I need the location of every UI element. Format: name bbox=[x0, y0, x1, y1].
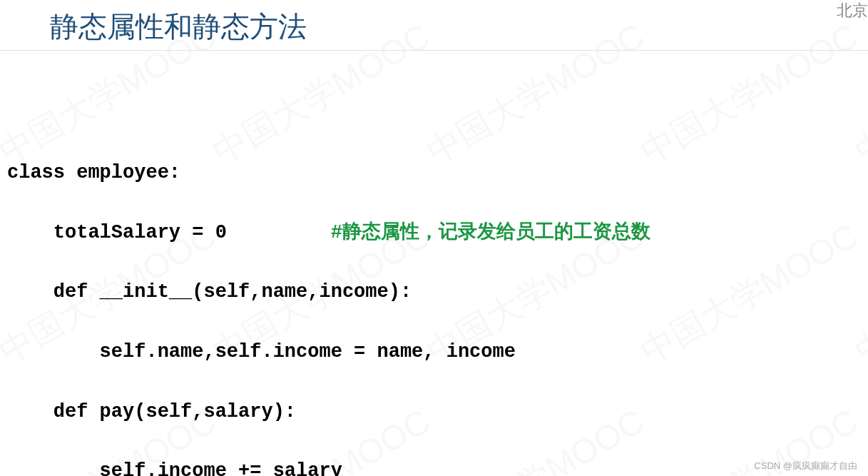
divider-line bbox=[0, 50, 868, 51]
footer-attribution: CSDN @疯疯癫癫才自由 bbox=[754, 460, 857, 472]
code-line-6: self.income += salary bbox=[7, 457, 650, 476]
watermark-text: 中国大学MOOC bbox=[847, 14, 868, 175]
code-line-1: class employee: bbox=[7, 158, 650, 188]
code-line-4: self.name,self.income = name, income bbox=[7, 338, 650, 368]
code-line-3: def __init__(self,name,income): bbox=[7, 278, 650, 308]
code-block: class employee: totalSalary = 0 #静态属性，记录… bbox=[7, 128, 650, 476]
code-line-2: totalSalary = 0 #静态属性，记录发给员工的工资总数 bbox=[7, 218, 650, 248]
code-line-5: def pay(self,salary): bbox=[7, 397, 650, 427]
watermark-text: 中国大学MOOC bbox=[633, 213, 867, 375]
slide-title: 静态属性和静态方法 bbox=[50, 7, 307, 46]
watermark-text: 中国大学MOOC bbox=[633, 14, 867, 175]
code-part: totalSalary = 0 bbox=[7, 222, 331, 243]
watermark-text: 中国大学MOOC bbox=[847, 213, 868, 375]
code-comment: #静态属性，记录发给员工的工资总数 bbox=[331, 222, 650, 243]
top-right-label: 北京 bbox=[837, 0, 868, 21]
